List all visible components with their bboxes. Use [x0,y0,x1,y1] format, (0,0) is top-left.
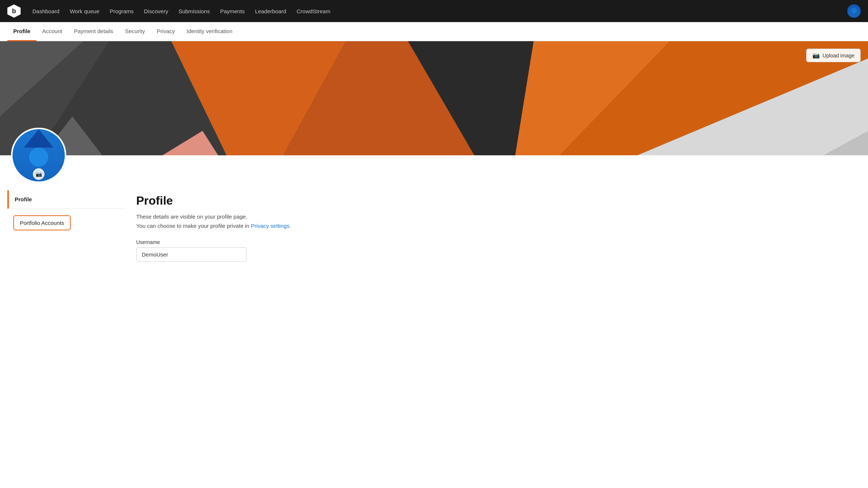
upload-image-button[interactable]: 📷 Upload image [806,49,861,62]
camera-icon: 📷 [812,52,820,59]
sidebar: Profile Portfolio Accounts [7,190,125,269]
main-content: Profile Portfolio Accounts Profile These… [0,187,868,269]
nav-link-crowdstream[interactable]: CrowdStream [297,8,331,14]
sub-navigation: Profile Account Payment details Security… [0,22,868,41]
avatar-area: 📷 [11,128,66,183]
profile-form: Profile These details are visible on you… [136,187,861,269]
nav-link-discovery[interactable]: Discovery [144,8,168,14]
tab-account[interactable]: Account [36,22,68,41]
avatar-upload-button[interactable]: 📷 [33,168,45,180]
tab-identity-verification[interactable]: Identity verification [181,22,238,41]
nav-link-submissions[interactable]: Submissions [179,8,210,14]
profile-title: Profile [136,194,861,208]
nav-link-programs[interactable]: Programs [110,8,134,14]
cover-banner: 📷 Upload image [0,41,868,155]
nav-link-payments[interactable]: Payments [220,8,245,14]
sidebar-item-profile[interactable]: Profile [7,190,125,209]
nav-link-dashboard[interactable]: Dashboard [32,8,59,14]
username-input[interactable] [136,247,247,262]
tab-privacy[interactable]: Privacy [151,22,181,41]
nav-link-workqueue[interactable]: Work queue [70,8,99,14]
privacy-settings-link[interactable]: Privacy settings [251,223,289,229]
logo[interactable]: b [7,4,21,18]
tab-payment-details[interactable]: Payment details [68,22,119,41]
camera-icon: 📷 [36,171,42,177]
tab-profile[interactable]: Profile [7,22,36,41]
nav-links: Dashboard Work queue Programs Discovery … [32,8,836,14]
top-navigation: b Dashboard Work queue Programs Discover… [0,0,868,22]
sidebar-item-portfolio-accounts[interactable]: Portfolio Accounts [13,215,71,230]
tab-security[interactable]: Security [119,22,151,41]
user-avatar[interactable] [847,4,861,18]
username-label: Username [136,239,861,245]
profile-description: These details are visible on your profil… [136,213,861,220]
profile-privacy-text: You can choose to make your profile priv… [136,223,861,229]
nav-link-leaderboard[interactable]: Leaderboard [255,8,286,14]
